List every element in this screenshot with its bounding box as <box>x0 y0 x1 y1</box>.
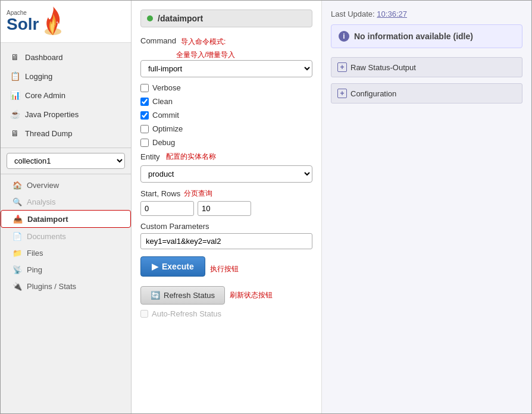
sidebar-item-label-plugins-stats: Plugins / Stats <box>27 282 76 291</box>
dataimport-icon: 📥 <box>13 214 23 224</box>
commit-checkbox[interactable] <box>140 111 149 120</box>
entity-row: Entity 配置的实体名称 <box>140 152 312 162</box>
sidebar-item-plugins-stats[interactable]: 🔌 Plugins / Stats <box>1 278 131 294</box>
info-icon: i <box>339 31 349 42</box>
start-rows-annotation: 分页查询 <box>184 189 212 199</box>
sidebar-item-label-overview: Overview <box>27 181 59 190</box>
last-update-time[interactable]: 10:36:27 <box>377 10 407 18</box>
sidebar: Apache Solr 🖥 Dashboard <box>1 1 132 413</box>
raw-status-label: Raw Status-Output <box>351 63 416 72</box>
sidebar-item-ping[interactable]: 📡 Ping <box>1 261 131 278</box>
optimize-label: Optimize <box>152 124 183 133</box>
sidebar-item-label-dataimport: Dataimport <box>27 215 68 224</box>
status-banner: i No information available (idle) <box>331 24 522 48</box>
sidebar-item-label-analysis: Analysis <box>27 197 55 206</box>
debug-checkbox-row: Debug <box>140 138 312 147</box>
collection-select[interactable]: collection1 <box>7 153 125 169</box>
dashboard-icon: 🖥 <box>10 52 20 62</box>
endpoint-bar: /dataimport <box>140 10 312 27</box>
collection-selector: collection1 <box>1 148 131 174</box>
execute-button[interactable]: ▶ Execute <box>140 256 205 277</box>
sidebar-item-files[interactable]: 📁 Files <box>1 244 131 261</box>
auto-refresh-row: Auto-Refresh Status <box>140 309 312 318</box>
solr-label: Solr <box>7 16 39 33</box>
core-admin-icon: 📊 <box>10 90 20 101</box>
solr-logo: Apache Solr <box>7 7 65 36</box>
start-rows-inputs <box>140 201 312 216</box>
sidebar-item-label-files: Files <box>27 249 43 258</box>
solr-logo-text: Apache Solr <box>7 10 39 33</box>
debug-label: Debug <box>152 138 175 147</box>
configuration-label: Configuration <box>351 89 396 98</box>
custom-params-label: Custom Parameters <box>140 222 312 231</box>
main-window: Apache Solr 🖥 Dashboard <box>0 0 532 414</box>
optimize-checkbox[interactable] <box>140 125 149 133</box>
clean-checkbox[interactable] <box>140 98 149 106</box>
custom-params-input[interactable] <box>140 233 312 249</box>
sidebar-item-label-dashboard: Dashboard <box>25 53 63 62</box>
sidebar-item-dashboard[interactable]: 🖥 Dashboard <box>1 48 131 67</box>
refresh-status-button[interactable]: 🔄 Refresh Status <box>140 286 225 305</box>
analysis-icon: 🔍 <box>12 197 22 206</box>
raw-status-section: + Raw Status-Output <box>331 57 522 77</box>
sidebar-item-dataimport[interactable]: 📥 Dataimport <box>1 210 131 228</box>
commit-label: Commit <box>152 111 179 120</box>
plugins-stats-icon: 🔌 <box>12 281 22 291</box>
start-rows-label-row: Start, Rows 分页查询 <box>140 189 312 199</box>
command-label: Command <box>140 36 176 45</box>
status-no-info-text: No information available (idle) <box>354 32 473 41</box>
sidebar-item-analysis: 🔍 Analysis <box>1 193 131 210</box>
sidebar-item-core-admin[interactable]: 📊 Core Admin <box>1 86 131 105</box>
start-input[interactable] <box>140 201 194 216</box>
refresh-icon: 🔄 <box>151 291 160 300</box>
configuration-section: + Configuration <box>331 83 522 104</box>
commit-checkbox-row: Commit <box>140 111 312 120</box>
thread-dump-icon: 🖥 <box>10 128 20 139</box>
verbose-label: Verbose <box>152 83 181 92</box>
content-area: /dataimport Command 导入命令模式: 全量导入/增量导入 fu… <box>132 1 531 413</box>
execute-label: Execute <box>162 262 194 271</box>
sidebar-item-label-java-properties: Java Properties <box>25 110 79 119</box>
entity-annotation: 配置的实体名称 <box>166 152 216 162</box>
status-dot <box>147 15 153 21</box>
clean-checkbox-row: Clean <box>140 97 312 106</box>
sidebar-item-java-properties[interactable]: ☕ Java Properties <box>1 105 131 124</box>
sidebar-item-logging[interactable]: 📋 Logging <box>1 67 131 86</box>
main-layout: Apache Solr 🖥 Dashboard <box>1 1 531 413</box>
sidebar-item-thread-dump[interactable]: 🖥 Thread Dump <box>1 124 131 143</box>
verbose-checkbox-row: Verbose <box>140 83 312 92</box>
rows-input[interactable] <box>198 201 251 216</box>
configuration-expand-icon: + <box>337 89 347 98</box>
command-annotation-title: 导入命令模式: <box>181 37 226 47</box>
files-icon: 📁 <box>12 248 22 258</box>
raw-status-expand-icon: + <box>337 62 347 72</box>
endpoint-text: /dataimport <box>158 14 203 23</box>
configuration-header[interactable]: + Configuration <box>331 83 522 104</box>
sidebar-item-documents: 📄 Documents <box>1 228 131 244</box>
java-properties-icon: ☕ <box>10 109 20 120</box>
refresh-annotation: 刷新状态按钮 <box>230 290 273 300</box>
sidebar-item-label-documents: Documents <box>27 232 66 241</box>
collection-nav: 🏠 Overview 🔍 Analysis 📥 Dataimport 📄 Doc… <box>1 174 131 297</box>
form-panel: /dataimport Command 导入命令模式: 全量导入/增量导入 fu… <box>132 1 322 413</box>
start-rows-label: Start, Rows <box>140 189 180 198</box>
last-update-label: Last Update: <box>331 10 375 18</box>
execute-annotation: 执行按钮 <box>210 264 239 274</box>
auto-refresh-label: Auto-Refresh Status <box>152 309 221 318</box>
execute-row: ▶ Execute 执行按钮 <box>140 256 312 281</box>
sidebar-item-label-logging: Logging <box>25 72 52 81</box>
logging-icon: 📋 <box>10 71 20 81</box>
sidebar-item-label-thread-dump: Thread Dump <box>25 129 72 138</box>
execute-icon: ▶ <box>152 262 158 271</box>
debug-checkbox[interactable] <box>140 139 149 147</box>
verbose-checkbox[interactable] <box>140 84 149 92</box>
global-nav: 🖥 Dashboard 📋 Logging 📊 Core Admin ☕ Jav… <box>1 43 131 148</box>
command-row: Command 导入命令模式: 全量导入/增量导入 full-import de… <box>140 36 312 77</box>
sidebar-item-overview[interactable]: 🏠 Overview <box>1 177 131 193</box>
documents-icon: 📄 <box>12 231 22 241</box>
entity-label: Entity <box>140 152 160 161</box>
raw-status-header[interactable]: + Raw Status-Output <box>331 57 522 77</box>
command-select[interactable]: full-import delta-import status reload-c… <box>140 60 312 77</box>
ping-icon: 📡 <box>12 265 22 274</box>
entity-select[interactable]: product <box>140 165 312 183</box>
